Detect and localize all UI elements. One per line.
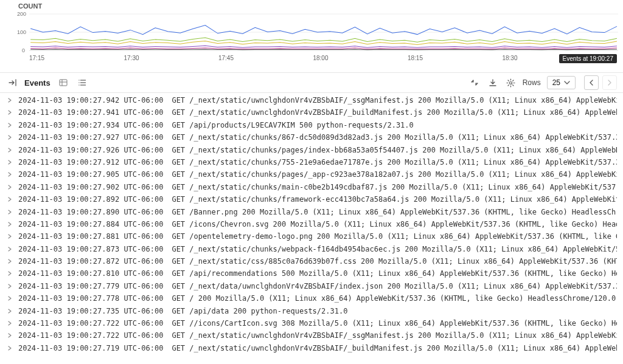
chart-svg[interactable]: 200 100 0 [17,11,618,53]
log-content: GET /_next/static/uwnclghdonVr4vZBSbAIF/… [172,106,617,118]
events-toolbar: Events Rows 25 [0,73,623,93]
next-page-button[interactable] [602,75,617,90]
xtick: 17:30 [124,55,139,61]
dock-right-icon[interactable] [6,76,19,89]
rows-select[interactable]: 25 [547,76,576,89]
log-timestamp: 2024-11-03 19:00:27.905 UTC-06:00 [18,168,163,180]
log-row[interactable]: 2024-11-03 19:00:27.872 UTC-06:00GET /_n… [0,255,623,267]
prev-page-button[interactable] [584,75,599,90]
log-row[interactable]: 2024-11-03 19:00:27.942 UTC-06:00GET /_n… [0,94,623,106]
expand-row-icon[interactable] [6,255,13,267]
expand-row-icon[interactable] [6,168,13,180]
log-timestamp: 2024-11-03 19:00:27.890 UTC-06:00 [18,206,163,218]
log-row[interactable]: 2024-11-03 19:00:27.735 UTC-06:00GET /ap… [0,305,623,317]
expand-row-icon[interactable] [6,243,13,255]
expand-row-icon[interactable] [6,280,13,292]
expand-row-icon[interactable] [6,329,13,342]
expand-row-icon[interactable] [6,292,13,304]
log-timestamp: 2024-11-03 19:00:27.719 UTC-06:00 [18,342,163,354]
log-content: GET /api/recommendations 500 Mozilla/5.0… [172,267,617,280]
expand-row-icon[interactable] [6,94,13,106]
log-row[interactable]: 2024-11-03 19:00:27.905 UTC-06:00GET /_n… [0,168,623,180]
ytick-200: 200 [17,11,26,17]
log-row[interactable]: 2024-11-03 19:00:27.722 UTC-06:00GET /_n… [0,329,623,342]
log-content: GET /icons/Chevron.svg 200 Mozilla/5.0 (… [172,218,617,230]
log-row[interactable]: 2024-11-03 19:00:27.934 UTC-06:00GET /ap… [0,119,623,131]
expand-row-icon[interactable] [6,218,13,230]
log-content: GET /Banner.png 200 Mozilla/5.0 (X11; Li… [172,206,617,218]
svg-point-10 [78,82,80,83]
log-timestamp: 2024-11-03 19:00:27.873 UTC-06:00 [18,243,163,255]
log-content: GET /_next/static/uwnclghdonVr4vZBSbAIF/… [172,329,617,342]
series-series-dark [30,49,617,50]
log-list: 2024-11-03 19:00:27.942 UTC-06:00GET /_n… [0,93,623,359]
expand-row-icon[interactable] [6,131,13,143]
log-timestamp: 2024-11-03 19:00:27.927 UTC-06:00 [18,131,163,143]
expand-row-icon[interactable] [6,305,13,317]
log-row[interactable]: 2024-11-03 19:00:27.890 UTC-06:00GET /Ba… [0,206,623,218]
log-row[interactable]: 2024-11-03 19:00:27.884 UTC-06:00GET /ic… [0,218,623,230]
log-timestamp: 2024-11-03 19:00:27.735 UTC-06:00 [18,305,163,317]
expand-row-icon[interactable] [6,106,13,118]
log-content: GET /_next/static/chunks/pages/index-bb6… [172,144,617,156]
log-row[interactable]: 2024-11-03 19:00:27.722 UTC-06:00GET //i… [0,317,623,329]
log-content: GET /_next/static/chunks/main-c0be2b149c… [172,181,617,193]
log-timestamp: 2024-11-03 19:00:27.912 UTC-06:00 [18,156,163,168]
expand-row-icon[interactable] [6,119,13,131]
log-timestamp: 2024-11-03 19:00:27.902 UTC-06:00 [18,181,163,193]
chart-area: 200 100 0 Events at 19:00:27 [17,11,618,53]
events-title: Events [24,78,50,88]
log-content: GET /_next/static/css/885c0a76d639b07f.c… [172,255,617,267]
series-series-purple [30,46,617,47]
log-timestamp: 2024-11-03 19:00:27.941 UTC-06:00 [18,106,163,118]
chart-xaxis: 17:1517:3017:4518:0018:1518:3018:45 [29,55,612,61]
expand-row-icon[interactable] [6,230,13,242]
collapse-icon[interactable] [468,76,481,89]
svg-point-11 [78,84,80,86]
ytick-100: 100 [17,29,26,35]
log-row[interactable]: 2024-11-03 19:00:27.778 UTC-06:00GET / 2… [0,292,623,304]
log-timestamp: 2024-11-03 19:00:27.872 UTC-06:00 [18,255,163,267]
chart-tooltip: Events at 19:00:27 [559,54,617,63]
chevron-down-icon [564,80,570,86]
log-row[interactable]: 2024-11-03 19:00:27.941 UTC-06:00GET /_n… [0,106,623,118]
log-row[interactable]: 2024-11-03 19:00:27.881 UTC-06:00GET /op… [0,230,623,242]
log-row[interactable]: 2024-11-03 19:00:27.912 UTC-06:00GET /_n… [0,156,623,168]
download-icon[interactable] [486,76,499,89]
log-row[interactable]: 2024-11-03 19:00:27.779 UTC-06:00GET /_n… [0,280,623,292]
log-content: GET /_next/static/chunks/pages/_app-c923… [172,168,617,180]
rows-label: Rows [523,78,541,87]
expand-row-icon[interactable] [6,181,13,193]
xtick: 17:15 [29,55,44,61]
log-timestamp: 2024-11-03 19:00:27.942 UTC-06:00 [18,94,163,106]
chevron-right-icon [607,80,613,86]
xtick: 18:30 [502,55,517,61]
log-row[interactable]: 2024-11-03 19:00:27.926 UTC-06:00GET /_n… [0,144,623,156]
expand-row-icon[interactable] [6,144,13,156]
expand-row-icon[interactable] [6,193,13,205]
expand-row-icon[interactable] [6,342,13,354]
expand-row-icon[interactable] [6,206,13,218]
xtick: 18:00 [313,55,328,61]
log-row[interactable]: 2024-11-03 19:00:27.892 UTC-06:00GET /_n… [0,193,623,205]
expand-row-icon[interactable] [6,267,13,280]
log-timestamp: 2024-11-03 19:00:27.722 UTC-06:00 [18,329,163,342]
gear-icon[interactable] [504,76,518,89]
log-row[interactable]: 2024-11-03 19:00:27.927 UTC-06:00GET /_n… [0,131,623,143]
chevron-left-icon [588,80,594,86]
log-row[interactable]: 2024-11-03 19:00:27.719 UTC-06:00GET /_n… [0,342,623,354]
log-content: GET /_next/static/uwnclghdonVr4vZBSbAIF/… [172,342,617,354]
log-row[interactable]: 2024-11-03 19:00:27.902 UTC-06:00GET /_n… [0,181,623,193]
log-timestamp: 2024-11-03 19:00:27.810 UTC-06:00 [18,267,163,280]
expand-row-icon[interactable] [6,156,13,168]
expand-row-icon[interactable] [6,317,13,329]
log-timestamp: 2024-11-03 19:00:27.881 UTC-06:00 [18,230,163,242]
log-row[interactable]: 2024-11-03 19:00:27.810 UTC-06:00GET /ap… [0,267,623,280]
log-content: GET /api/products/L9ECAV7KIM 500 python-… [172,119,413,131]
log-content: GET /_next/static/chunks/867-dc50d089d3d… [172,131,617,143]
table-view-icon[interactable] [57,76,70,89]
chart-series [30,26,617,50]
list-view-icon[interactable] [76,76,89,89]
svg-point-9 [78,80,80,81]
log-row[interactable]: 2024-11-03 19:00:27.873 UTC-06:00GET /_n… [0,243,623,255]
